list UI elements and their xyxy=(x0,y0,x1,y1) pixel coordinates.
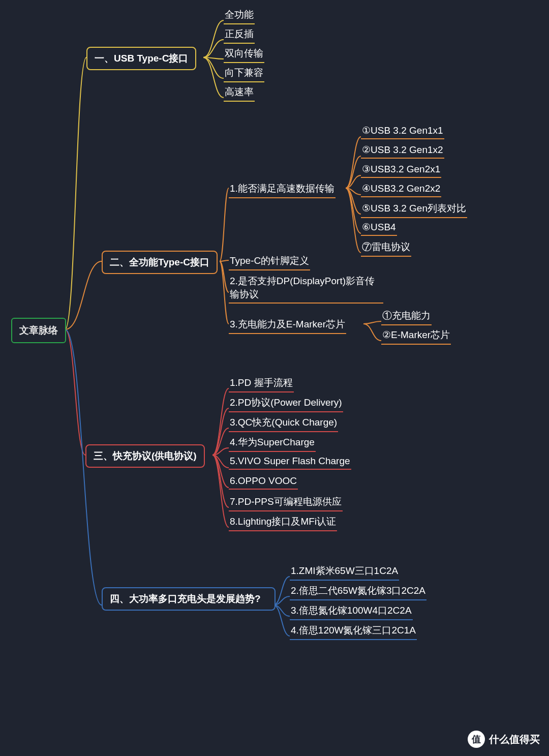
branch-2-0-gc-2: ③USB3.2 Gen2x1 xyxy=(361,163,441,178)
branch-3-child-0: 1.PD 握手流程 xyxy=(229,376,294,392)
branch-2: 二、全功能Type-C接口 xyxy=(102,251,218,274)
branch-4-child-1: 2.倍思二代65W氮化镓3口2C2A xyxy=(290,584,426,600)
branch-3-child-5: 6.OPPO VOOC xyxy=(229,475,298,490)
branch-2-0-gc-1: ②USB 3.2 Gen1x2 xyxy=(361,144,444,159)
root-label: 文章脉络 xyxy=(19,325,58,336)
branch-1-child-0: 全功能 xyxy=(224,8,255,24)
branch-3-child-3: 4.华为SuperCharge xyxy=(229,436,316,452)
branch-1-child-3: 向下兼容 xyxy=(224,66,264,82)
branch-1-child-4: 高速率 xyxy=(224,85,255,102)
branch-2-child-2: 2.是否支持DP(DisplayPort)影音传输协议 xyxy=(229,275,383,304)
branch-2-child-3: 3.充电能力及E-Marker芯片 xyxy=(229,318,346,334)
branch-2-3-gc-0: ①充电能力 xyxy=(381,309,432,325)
branch-2-0-gc-5: ⑥USB4 xyxy=(361,221,397,236)
branch-3: 三、快充协议(供电协议) xyxy=(85,444,205,468)
branch-1-label: 一、USB Type-C接口 xyxy=(95,53,188,64)
branch-3-label: 三、快充协议(供电协议) xyxy=(94,450,197,461)
branch-2-0-gc-6: ⑦雷电协议 xyxy=(361,240,411,257)
branch-1-child-1: 正反插 xyxy=(224,27,255,44)
branch-2-child-0: 1.能否满足高速数据传输 xyxy=(229,182,336,198)
watermark: 值 什么值得买 xyxy=(468,731,540,748)
branch-3-child-6: 7.PD-PPS可编程电源供应 xyxy=(229,495,343,511)
branch-2-0-gc-0: ①USB 3.2 Gen1x1 xyxy=(361,125,444,139)
mindmap-canvas: 文章脉络 一、USB Type-C接口 全功能 正反插 双向传输 向下兼容 高速… xyxy=(0,0,549,756)
branch-2-3-gc-1: ②E-Marker芯片 xyxy=(381,328,451,345)
branch-3-child-1: 2.PD协议(Power Delivery) xyxy=(229,396,343,412)
branch-4-child-3: 4.倍思120W氮化镓三口2C1A xyxy=(290,624,417,640)
branch-2-label: 二、全功能Type-C接口 xyxy=(110,257,209,267)
branch-3-child-7: 8.Lighting接口及MFi认证 xyxy=(229,515,337,531)
watermark-badge: 值 xyxy=(468,731,485,748)
branch-2-child-1: Type-C的针脚定义 xyxy=(229,254,310,270)
branch-4-child-0: 1.ZMI紫米65W三口1C2A xyxy=(290,564,399,581)
branch-1-child-2: 双向传输 xyxy=(224,47,264,63)
branch-4: 四、大功率多口充电头是发展趋势? xyxy=(102,587,276,611)
branch-4-label: 四、大功率多口充电头是发展趋势? xyxy=(110,593,261,604)
branch-3-child-2: 3.QC快充(Quick Charge) xyxy=(229,416,338,432)
branch-1: 一、USB Type-C接口 xyxy=(86,47,196,70)
root-node: 文章脉络 xyxy=(11,318,66,343)
branch-4-child-2: 3.倍思氮化镓100W4口2C2A xyxy=(290,604,413,620)
branch-2-0-gc-4: ⑤USB 3.2 Gen列表对比 xyxy=(361,202,467,218)
watermark-text: 什么值得买 xyxy=(489,733,540,746)
branch-3-child-4: 5.VIVO Super Flash Charge xyxy=(229,456,351,470)
branch-2-0-gc-3: ④USB3.2 Gen2x2 xyxy=(361,183,441,197)
